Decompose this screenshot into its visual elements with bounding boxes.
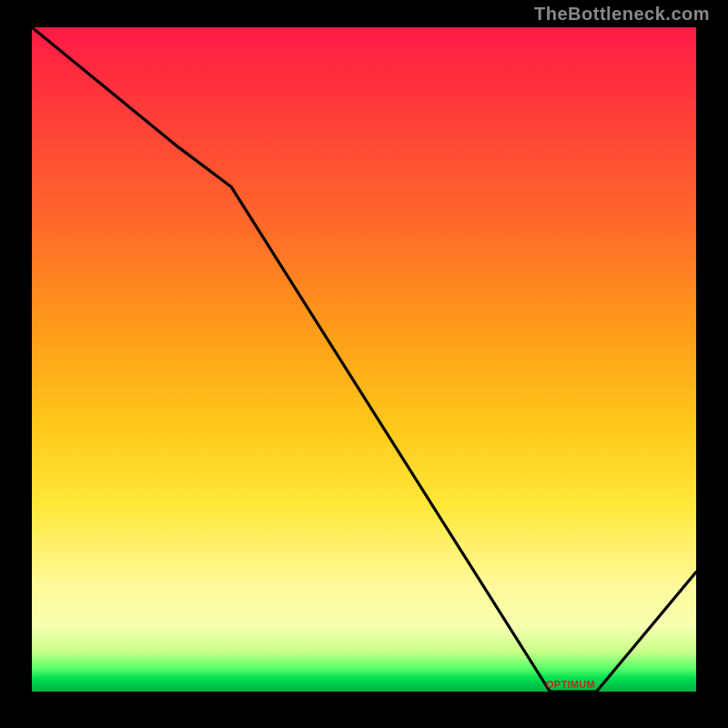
optimum-label: OPTIMUM [546, 679, 595, 690]
bottleneck-curve [32, 27, 696, 692]
app-frame: TheBottleneck.com OPTIMUM [0, 0, 728, 728]
plot-container: OPTIMUM [32, 27, 696, 692]
plot-area: OPTIMUM [32, 27, 696, 692]
watermark-text: TheBottleneck.com [534, 4, 710, 25]
